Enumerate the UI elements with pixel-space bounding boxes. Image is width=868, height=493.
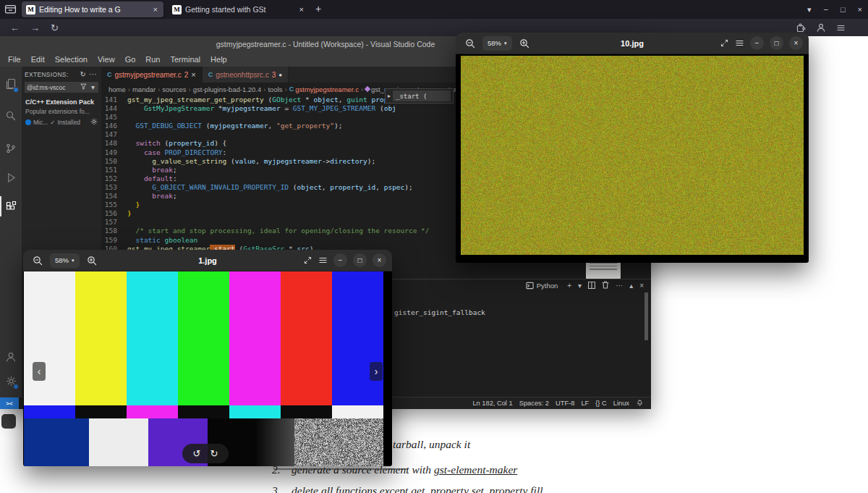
maximize-button[interactable]: □ (353, 253, 367, 267)
menu-icon[interactable] (318, 256, 328, 265)
firefox-view-icon[interactable] (4, 3, 17, 18)
breadcrumb-item[interactable]: sources (162, 85, 186, 93)
line-number: 153 (101, 183, 127, 192)
menu-icon[interactable] (735, 38, 744, 48)
account-icon[interactable] (0, 347, 22, 367)
extensions-icon[interactable] (0, 196, 22, 216)
terminal-more-button[interactable]: ··· (616, 282, 623, 290)
browser-tab-medium-editing[interactable]: M Editing How to write a G × (22, 1, 163, 17)
breadcrumb-item[interactable]: gst-plugins-bad-1.20.4 (193, 85, 262, 93)
more-actions-icon[interactable]: ··· (88, 70, 98, 78)
zoom-in-button[interactable] (85, 253, 99, 268)
menu-file[interactable]: File (3, 55, 26, 64)
fullscreen-icon[interactable] (720, 38, 729, 48)
status-item[interactable]: LF (581, 400, 589, 407)
extension-item-cpp-pack[interactable]: C/C++ Extension Pack Popular extensions … (22, 94, 101, 131)
gst-element-maker-link[interactable]: gst-element-maker (434, 463, 517, 476)
zoom-level-dropdown[interactable]: 58%▾ (482, 36, 512, 51)
menu-run[interactable]: Run (140, 55, 165, 64)
close-button[interactable]: × (373, 253, 386, 267)
back-button[interactable]: ← (10, 19, 20, 36)
terminal-output: gister_sigint_fallback (394, 308, 485, 316)
fullscreen-icon[interactable] (303, 256, 312, 265)
menu-icon[interactable] (836, 19, 846, 36)
status-item[interactable]: UTF-8 (556, 400, 574, 407)
remote-indicator[interactable]: >< (0, 397, 19, 409)
status-item[interactable]: Linux (613, 400, 629, 407)
menu-edit[interactable]: Edit (26, 55, 50, 64)
rotate-ccw-button[interactable]: ↺ (193, 448, 201, 459)
menu-terminal[interactable]: Terminal (166, 55, 206, 64)
menu-selection[interactable]: Selection (50, 55, 93, 64)
image-canvas-area[interactable] (456, 54, 809, 263)
zoom-in-button[interactable] (517, 36, 532, 51)
breadcrumb-item[interactable]: home (109, 85, 126, 93)
dock-icon[interactable] (1, 414, 16, 429)
modified-dot-icon[interactable]: ● (278, 72, 282, 78)
source-control-icon[interactable] (0, 138, 22, 159)
medium-favicon: M (172, 5, 182, 14)
kill-terminal-button[interactable] (602, 281, 609, 290)
zoom-level-dropdown[interactable]: 58%▾ (50, 253, 80, 268)
tab-close-icon[interactable]: × (298, 5, 305, 14)
menu-view[interactable]: View (93, 55, 120, 64)
filter-icon[interactable] (79, 83, 88, 91)
panel-maximize-icon[interactable]: ▴ (629, 282, 633, 290)
explorer-icon[interactable] (0, 74, 22, 94)
notifications-bell-icon[interactable] (636, 399, 644, 408)
browser-tab-gstreamer-docs[interactable]: M Getting started with GSt × (168, 1, 310, 17)
image-canvas-area[interactable]: ‹ › ↺ ↻ (23, 271, 392, 466)
editor-tab-gstneonhttpsrc[interactable]: C gstneonhttpsrc.c 3 ● (203, 67, 289, 83)
refresh-icon[interactable]: ↻ (78, 70, 88, 78)
zoom-out-button[interactable] (30, 253, 45, 268)
account-icon[interactable] (816, 19, 826, 36)
list-all-tabs-icon[interactable]: ▾ (807, 5, 812, 14)
menu-help[interactable]: Help (205, 55, 232, 64)
medium-paragraph-fragment: tarball, unpack it (393, 438, 470, 451)
terminal-tab-python[interactable]: Python (526, 282, 561, 290)
tab-close-icon[interactable]: × (152, 5, 159, 14)
search-icon[interactable] (0, 106, 22, 126)
status-item[interactable]: Ln 182, Col 1 (472, 400, 512, 407)
minimize-button[interactable]: − (333, 253, 347, 267)
split-terminal-button[interactable] (588, 282, 595, 290)
status-item[interactable]: Spaces: 2 (519, 400, 549, 407)
rotate-cw-button[interactable]: ↻ (210, 448, 218, 459)
window-maximize-button[interactable]: □ (841, 5, 846, 14)
toggle-replace-icon[interactable]: ▸ (388, 93, 391, 99)
breadcrumb-item[interactable]: mandar (132, 85, 156, 93)
reload-button[interactable]: ↻ (51, 19, 59, 36)
settings-gear-icon[interactable] (0, 371, 22, 391)
viewer-titlebar[interactable]: 1.jpg 58%▾ − □ × (23, 250, 392, 271)
new-tab-button[interactable]: + (315, 3, 321, 14)
run-debug-icon[interactable] (0, 167, 22, 187)
tab-close-icon[interactable]: × (191, 70, 195, 79)
window-minimize-button[interactable]: − (823, 5, 827, 14)
extension-gear-icon[interactable] (90, 118, 98, 127)
maximize-button[interactable]: □ (770, 36, 783, 50)
zoom-out-button[interactable] (463, 36, 477, 51)
line-number: 145 (101, 113, 127, 122)
extensions-search-input[interactable]: @id:ms-vscoc ▾ (25, 82, 98, 93)
menu-go[interactable]: Go (120, 55, 141, 64)
forward-button[interactable]: → (30, 19, 40, 36)
breadcrumb-item[interactable]: Cgstmyjpegstreamer.c (289, 85, 359, 93)
previous-image-button[interactable]: ‹ (33, 362, 46, 381)
close-button[interactable]: × (789, 36, 803, 50)
minimize-button[interactable]: − (750, 36, 764, 50)
find-widget[interactable]: ▸ _start ( (385, 88, 454, 104)
new-terminal-button[interactable]: + (567, 282, 571, 290)
clear-icon[interactable]: ▾ (90, 83, 96, 91)
medium-favicon: M (26, 5, 35, 14)
editor-tab-gstmyjpegstreamer[interactable]: C gstmyjpegstreamer.c 2 × (101, 67, 203, 83)
viewer-titlebar[interactable]: 10.jpg 58%▾ − □ × (456, 33, 809, 54)
window-close-button[interactable]: × (858, 5, 862, 14)
terminal-scrollbar[interactable] (644, 292, 648, 340)
find-input[interactable]: _start ( (393, 90, 451, 101)
color-bar (75, 405, 127, 418)
breadcrumb-item[interactable]: tools (268, 85, 282, 93)
status-item[interactable]: {} C (595, 400, 607, 407)
next-image-button[interactable]: › (370, 362, 383, 381)
panel-close-icon[interactable]: × (639, 282, 644, 290)
terminal-profile-dropdown-icon[interactable]: ▾ (578, 282, 582, 290)
